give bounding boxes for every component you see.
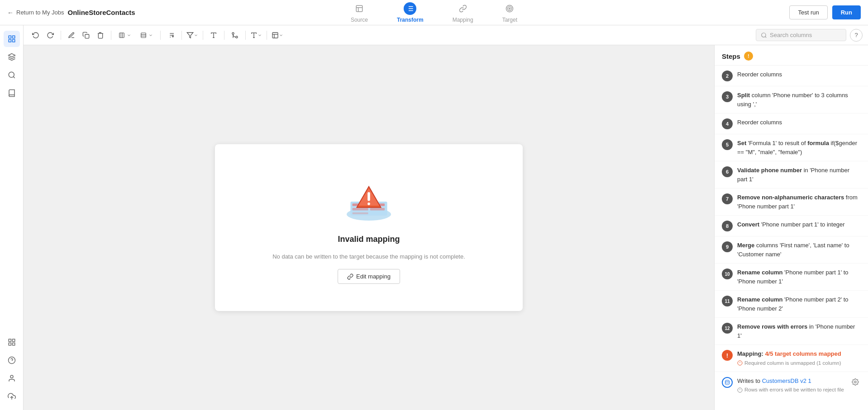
format-button[interactable] <box>249 28 263 42</box>
sidebar-icon-help[interactable] <box>4 352 20 368</box>
warning-graphic <box>337 171 401 226</box>
delete-button[interactable] <box>94 28 107 42</box>
columns-button[interactable] <box>115 28 135 42</box>
invalid-mapping-card: Invalid mapping No data can be written t… <box>215 144 523 311</box>
main-layout: Search columns ? <box>0 25 868 410</box>
source-step-icon <box>353 2 366 15</box>
toolbar-sep-8 <box>267 31 267 40</box>
step-num-3: 3 <box>722 91 733 102</box>
warning-sub-icon <box>737 360 743 366</box>
toolbar-sep-2 <box>111 31 111 40</box>
merge-button[interactable] <box>228 28 242 42</box>
step-text-12: Remove rows with errors in 'Phone number… <box>737 322 861 340</box>
svg-rect-31 <box>141 33 146 38</box>
step-2-label: Reorder columns <box>737 71 782 78</box>
search-columns-input[interactable]: Search columns <box>756 29 846 41</box>
svg-marker-16 <box>8 54 15 57</box>
pipeline-step-target[interactable]: Target <box>488 2 532 23</box>
sidebar-icon-transform[interactable] <box>4 31 20 47</box>
database-icon <box>725 380 730 385</box>
svg-line-18 <box>13 76 14 78</box>
settings-gear-button[interactable] <box>850 377 861 387</box>
step-item-12: 12 Remove rows with errors in 'Phone num… <box>715 318 868 345</box>
svg-rect-43 <box>272 33 278 38</box>
sidebar-left <box>0 25 24 410</box>
step-text-10: Rename column 'Phone number part 1' to '… <box>737 268 861 286</box>
step-text-5: Set 'Formula 1' to result of formula if(… <box>737 139 861 156</box>
sort-button[interactable] <box>164 28 178 42</box>
svg-point-68 <box>854 381 856 383</box>
toolbar-undo-group <box>29 28 57 42</box>
undo-button[interactable] <box>29 28 43 42</box>
gear-icon <box>852 378 859 386</box>
edit-mapping-button[interactable]: Edit mapping <box>338 269 400 284</box>
toolbar: Search columns ? <box>24 25 868 45</box>
svg-rect-52 <box>353 208 368 211</box>
job-title: OnlineStoreContacts <box>68 9 135 16</box>
formula-button[interactable] <box>207 28 220 42</box>
transform-step-label: Transform <box>397 17 424 23</box>
filter-button[interactable] <box>186 28 199 42</box>
step-num-12: 12 <box>722 323 733 334</box>
invalid-mapping-title: Invalid mapping <box>338 235 400 244</box>
source-step-label: Source <box>351 17 368 23</box>
pipeline-step-mapping[interactable]: Mapping <box>438 2 488 23</box>
step-text-11: Rename column 'Phone number part 2' to '… <box>737 295 861 313</box>
steps-panel: Steps ! 2 Reorder columns 3 Split column… <box>714 45 868 410</box>
link-icon <box>347 273 353 280</box>
sidebar-icon-search[interactable] <box>4 67 20 83</box>
svg-rect-19 <box>9 339 11 341</box>
main-content: Search columns ? <box>24 25 868 410</box>
step-item-4: 4 Reorder columns <box>715 113 868 134</box>
pipeline-step-transform[interactable]: Transform <box>382 2 438 23</box>
svg-point-64 <box>725 380 730 382</box>
steps-header: Steps ! <box>715 45 868 66</box>
view-button[interactable] <box>271 28 284 42</box>
run-button[interactable]: Run <box>832 5 861 19</box>
sidebar-icon-apps[interactable] <box>4 334 20 350</box>
pipeline-step-source[interactable]: Source <box>336 2 382 23</box>
step-num-2: 2 <box>722 71 733 81</box>
top-bar: ← Return to My Jobs OnlineStoreContacts … <box>0 0 868 25</box>
target-step-label: Target <box>502 17 517 23</box>
steps-title: Steps <box>722 52 740 60</box>
step-num-5: 5 <box>722 139 733 150</box>
step-text-2: Reorder columns <box>737 70 782 79</box>
step-num-6: 6 <box>722 166 733 177</box>
step-item-11: 11 Rename column 'Phone number part 2' t… <box>715 291 868 318</box>
step-text-4: Reorder columns <box>737 118 782 127</box>
rows-button[interactable] <box>137 28 157 42</box>
copy-button[interactable] <box>79 28 93 42</box>
step-item-10: 10 Rename column 'Phone number part 1' t… <box>715 264 868 291</box>
help-button[interactable]: ? <box>850 29 863 42</box>
step-num-8: 8 <box>722 221 733 231</box>
invalid-mapping-desc: No data can be written to the target bec… <box>272 253 465 260</box>
svg-rect-60 <box>367 203 370 205</box>
step-item-8: 8 Convert 'Phone number part 1' to integ… <box>715 216 868 236</box>
svg-rect-0 <box>356 5 362 12</box>
step-num-error: ! <box>722 350 733 361</box>
step-item-2: 2 Reorder columns <box>715 66 868 86</box>
back-label: Return to My Jobs <box>16 9 64 16</box>
step-num-10: 10 <box>722 269 733 279</box>
sidebar-icon-user[interactable] <box>4 370 20 386</box>
sidebar-icon-upload[interactable] <box>4 388 20 405</box>
back-link[interactable]: ← Return to My Jobs <box>7 9 64 16</box>
redo-button[interactable] <box>43 28 57 42</box>
step-item-3: 3 Split column 'Phone number' to 3 colum… <box>715 86 868 113</box>
step-item-5: 5 Set 'Formula 1' to result of formula i… <box>715 134 868 161</box>
test-run-button[interactable]: Test run <box>789 5 827 19</box>
mapping-step-icon <box>457 2 469 15</box>
step-text-6: Validate phone number in 'Phone number p… <box>737 166 861 184</box>
step-sub-mapping: Required column is unmapped (1 column) <box>737 359 841 367</box>
svg-rect-13 <box>12 36 14 38</box>
sidebar-icon-book[interactable] <box>4 85 20 101</box>
svg-rect-14 <box>12 40 14 42</box>
step-text-mapping-error: Mapping: 4/5 target columns mapped Requi… <box>737 349 841 367</box>
sidebar-icon-layers[interactable] <box>4 49 20 65</box>
edit-button[interactable] <box>65 28 78 42</box>
svg-rect-12 <box>9 36 11 38</box>
step-item-9: 9 Merge columns 'First name', 'Last name… <box>715 236 868 264</box>
step-num-11: 11 <box>722 296 733 306</box>
step-item-writes-to: Writes to CustomersDB v2 1 Rows with err… <box>715 372 868 399</box>
